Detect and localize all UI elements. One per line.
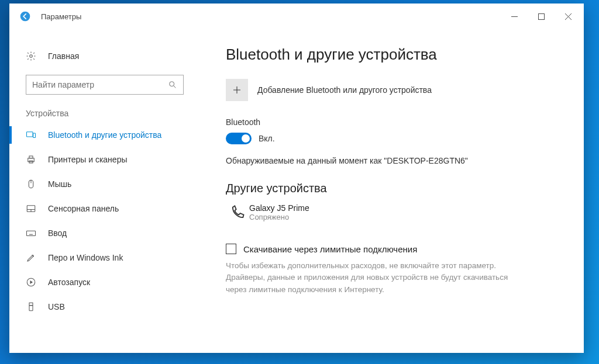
- svg-point-3: [170, 82, 174, 86]
- touchpad-icon: [26, 203, 41, 214]
- sidebar-item-printers[interactable]: Принтеры и сканеры: [9, 147, 195, 172]
- sidebar-item-bluetooth[interactable]: Bluetooth и другие устройства: [9, 123, 195, 147]
- keyboard-icon: [26, 228, 41, 238]
- sidebar-item-label: Автозапуск: [48, 278, 90, 287]
- svg-rect-13: [29, 303, 33, 306]
- printer-icon: [26, 154, 41, 165]
- sidebar: Главная Найти параметр Устройства Blueto…: [9, 29, 195, 353]
- svg-rect-4: [27, 132, 33, 137]
- maximize-icon: [538, 13, 545, 20]
- content-area: Bluetooth и другие устройства Добавление…: [195, 29, 584, 353]
- close-icon: [565, 13, 572, 20]
- back-arrow-icon: [19, 11, 31, 22]
- phone-handset-icon: [226, 203, 249, 221]
- metered-download-checkbox[interactable]: Скачивание через лимитные подключения: [226, 244, 566, 254]
- bluetooth-toggle[interactable]: Вкл.: [226, 133, 566, 144]
- gear-icon: [26, 51, 41, 61]
- search-placeholder: Найти параметр: [32, 80, 168, 89]
- sidebar-item-typing[interactable]: Ввод: [9, 221, 195, 245]
- minimize-button[interactable]: [501, 4, 528, 29]
- checkbox-empty-icon: [226, 244, 236, 254]
- back-button[interactable]: [15, 6, 35, 26]
- device-status: Сопряжено: [249, 213, 309, 221]
- usb-icon: [26, 301, 41, 312]
- discoverable-text: Обнаруживаемые на данный момент как "DES…: [226, 156, 566, 165]
- svg-rect-11: [27, 231, 36, 235]
- page-title: Bluetooth и другие устройства: [226, 46, 566, 64]
- sidebar-item-home[interactable]: Главная: [9, 46, 195, 67]
- svg-rect-1: [538, 13, 544, 19]
- sidebar-item-usb[interactable]: USB: [9, 294, 195, 319]
- device-item[interactable]: Galaxy J5 Prime Сопряжено: [226, 203, 566, 221]
- sidebar-item-label: Bluetooth и другие устройства: [48, 130, 161, 140]
- add-device-button[interactable]: Добавление Bluetooth или другого устройс…: [226, 79, 566, 101]
- sidebar-item-label: USB: [48, 302, 65, 311]
- svg-rect-7: [29, 156, 33, 158]
- devices-icon: [26, 130, 41, 140]
- settings-window: Параметры Главная Найти параме: [9, 4, 584, 353]
- sidebar-home-label: Главная: [48, 51, 79, 61]
- toggle-state-label: Вкл.: [259, 134, 275, 143]
- sidebar-item-autoplay[interactable]: Автозапуск: [9, 270, 195, 294]
- sidebar-category-label: Устройства: [9, 109, 195, 122]
- plus-icon: [226, 79, 248, 101]
- sidebar-item-label: Сенсорная панель: [48, 204, 119, 213]
- pen-icon: [26, 252, 41, 263]
- svg-point-2: [30, 55, 33, 58]
- mouse-icon: [26, 179, 41, 189]
- window-controls: [501, 4, 581, 29]
- sidebar-item-pen[interactable]: Перо и Windows Ink: [9, 245, 195, 270]
- svg-rect-6: [28, 158, 35, 162]
- sidebar-item-label: Принтеры и сканеры: [48, 155, 127, 164]
- sidebar-item-mouse[interactable]: Мышь: [9, 172, 195, 196]
- maximize-button[interactable]: [528, 4, 555, 29]
- toggle-switch-on-icon: [226, 133, 252, 144]
- autoplay-icon: [26, 277, 41, 287]
- sidebar-item-label: Мышь: [48, 179, 71, 189]
- search-input[interactable]: Найти параметр: [26, 75, 184, 95]
- add-device-label: Добавление Bluetooth или другого устройс…: [257, 85, 432, 95]
- other-devices-title: Другие устройства: [226, 182, 566, 195]
- app-title: Параметры: [41, 12, 81, 21]
- minimize-icon: [511, 13, 518, 20]
- close-button[interactable]: [555, 4, 581, 29]
- bluetooth-section-label: Bluetooth: [226, 117, 566, 127]
- device-name: Galaxy J5 Prime: [249, 203, 309, 213]
- sidebar-item-touchpad[interactable]: Сенсорная панель: [9, 196, 195, 221]
- titlebar: Параметры: [9, 4, 584, 29]
- sidebar-item-label: Ввод: [48, 228, 67, 238]
- svg-rect-14: [29, 306, 33, 311]
- metered-hint-text: Чтобы избежать дополнительных расходов, …: [226, 260, 518, 296]
- metered-checkbox-label: Скачивание через лимитные подключения: [243, 244, 417, 254]
- sidebar-item-label: Перо и Windows Ink: [48, 253, 123, 262]
- search-icon: [168, 80, 177, 89]
- svg-point-0: [20, 12, 30, 22]
- svg-rect-5: [33, 133, 36, 138]
